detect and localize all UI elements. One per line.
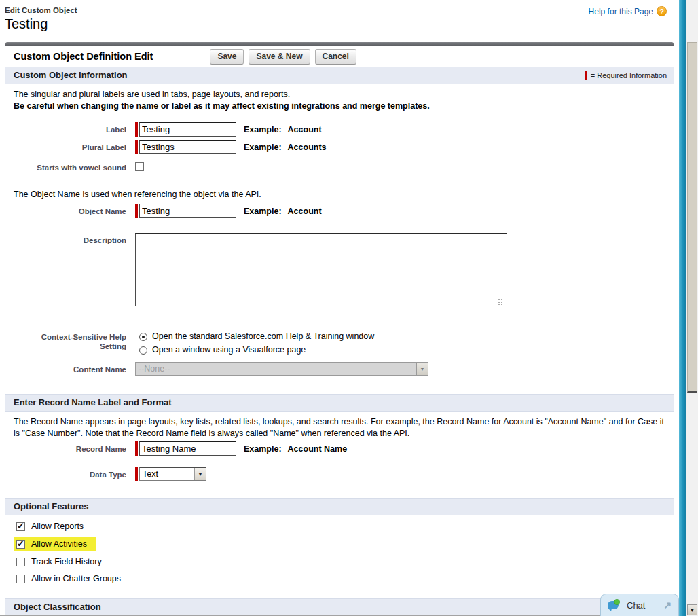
expand-arrow-icon[interactable]: ↗ <box>663 600 672 611</box>
description-label: Description <box>14 233 126 245</box>
plural-label-input[interactable] <box>139 140 236 154</box>
section-title: Optional Features <box>14 499 89 515</box>
section-header-optional-features: Optional Features <box>5 498 674 515</box>
checkbox-row-track-field-history[interactable]: Track Field History <box>16 556 674 568</box>
required-marker-icon <box>135 441 138 456</box>
section-body-record-name: The Record Name appears in page layouts,… <box>5 416 674 498</box>
plural-label-row: Plural Label Example:Accounts <box>14 140 674 154</box>
record-name-row: Record Name Example:Account Name <box>14 441 674 456</box>
checkbox-row-allow-activities[interactable]: Allow Activities <box>16 537 674 551</box>
track-field-history-checkbox[interactable] <box>16 558 25 566</box>
toolbar: Custom Object Definition Edit Save Save … <box>5 46 674 67</box>
content-name-select: --None-- ▼ <box>135 362 428 376</box>
info-intro-line1: The singular and plural labels are used … <box>14 89 665 101</box>
chat-widget[interactable]: Chat ↗ <box>600 594 679 616</box>
section-body-optional-features: Allow Reports Allow Activities Track Fie… <box>5 520 674 598</box>
label-field-label: Label <box>14 122 126 134</box>
chevron-down-icon: ▼ <box>194 468 206 480</box>
checkbox-row-allow-reports[interactable]: Allow Reports <box>16 520 674 533</box>
object-name-label: Object Name <box>14 204 126 216</box>
page-title: Testing <box>5 16 698 32</box>
radio-icon[interactable] <box>139 346 147 355</box>
plural-label-example: Example:Accounts <box>244 140 327 152</box>
panel-title: Custom Object Definition Edit <box>14 51 153 62</box>
checkbox-row-allow-in-chatter-groups[interactable]: Allow in Chatter Groups <box>16 573 674 585</box>
object-name-row: Object Name Example:Account <box>14 204 674 218</box>
allow-in-chatter-groups-checkbox[interactable] <box>16 575 25 583</box>
page-header: Edit Custom Object Testing Help for this… <box>0 0 698 42</box>
scrollbar-down-button[interactable]: ▼ <box>687 604 697 615</box>
section-body-custom-object-information: The singular and plural labels are used … <box>5 89 674 394</box>
save-and-new-button[interactable]: Save & New <box>249 49 310 65</box>
section-title: Enter Record Name Label and Format <box>14 395 172 411</box>
radio-icon[interactable] <box>139 333 147 341</box>
description-textarea[interactable] <box>135 233 507 306</box>
description-row: Description <box>14 233 674 309</box>
vowel-sound-checkbox[interactable] <box>135 162 144 171</box>
label-row: Label Example:Account <box>14 122 674 137</box>
record-name-intro: The Record Name appears in page layouts,… <box>14 416 664 439</box>
help-link[interactable]: Help for this Page <box>589 7 653 16</box>
chat-bubble-icon <box>608 601 619 609</box>
save-button[interactable]: Save <box>210 49 244 65</box>
content-name-row: Content Name --None-- ▼ <box>14 362 674 376</box>
allow-reports-checkbox[interactable] <box>16 522 25 531</box>
api-note: The Object Name is used when referencing… <box>14 189 665 200</box>
chevron-down-icon: ▼ <box>416 363 428 375</box>
vowel-sound-row: Starts with vowel sound <box>14 160 674 173</box>
resize-grip-icon[interactable] <box>498 298 504 305</box>
label-input[interactable] <box>139 122 236 137</box>
section-header-record-name: Enter Record Name Label and Format <box>5 394 674 412</box>
section-title: Custom Object Information <box>14 67 128 84</box>
data-type-select[interactable]: Text ▼ <box>139 467 206 481</box>
section-header-custom-object-information: Custom Object Information = Required Inf… <box>5 67 674 84</box>
toolbar-buttons: Save Save & New Cancel <box>210 49 361 65</box>
info-intro-line2: Be careful when changing the name or lab… <box>14 101 665 112</box>
page-right-edge <box>679 0 686 616</box>
help-setting-row: Context-Sensitive Help Setting Open the … <box>14 329 674 358</box>
help-for-this-page[interactable]: Help for this Page ? <box>589 6 667 16</box>
object-name-input[interactable] <box>139 204 236 218</box>
plural-label-field-label: Plural Label <box>14 140 126 152</box>
required-marker-icon <box>135 467 138 481</box>
required-marker-icon <box>585 71 587 80</box>
help-setting-option-visualforce[interactable]: Open a window using a Visualforce page <box>135 344 374 356</box>
section-title: Object Classification <box>14 599 101 615</box>
question-mark-icon[interactable]: ? <box>657 6 667 16</box>
required-legend-text: = Required Information <box>591 67 667 84</box>
record-name-label: Record Name <box>14 441 126 454</box>
vertical-scrollbar[interactable]: ▼ <box>686 0 698 616</box>
object-name-example: Example:Account <box>244 204 322 216</box>
cancel-button[interactable]: Cancel <box>315 49 356 65</box>
required-marker-icon <box>135 204 138 218</box>
yellow-highlight: Allow Activities <box>14 537 96 551</box>
help-setting-label: Context-Sensitive Help Setting <box>14 329 126 351</box>
chat-label: Chat <box>627 600 645 611</box>
data-type-row: Data Type Text ▼ <box>14 467 674 481</box>
label-example: Example:Account <box>244 122 322 134</box>
allow-activities-checkbox[interactable] <box>16 540 25 549</box>
record-name-input[interactable] <box>139 441 236 456</box>
required-marker-icon <box>135 140 138 154</box>
page: Edit Custom Object Testing Help for this… <box>0 0 698 616</box>
content-name-label: Content Name <box>14 362 126 374</box>
help-setting-option-standard[interactable]: Open the standard Salesforce.com Help & … <box>135 331 374 342</box>
data-type-label: Data Type <box>14 467 126 479</box>
record-name-example: Example:Account Name <box>244 441 347 454</box>
scrollbar-thumb[interactable] <box>687 42 697 393</box>
vowel-sound-label: Starts with vowel sound <box>14 160 126 173</box>
required-marker-icon <box>135 122 138 137</box>
custom-object-edit-panel: Custom Object Definition Edit Save Save … <box>5 42 674 616</box>
section-header-object-classification: Object Classification <box>5 598 674 616</box>
required-info-legend: = Required Information <box>585 67 667 84</box>
